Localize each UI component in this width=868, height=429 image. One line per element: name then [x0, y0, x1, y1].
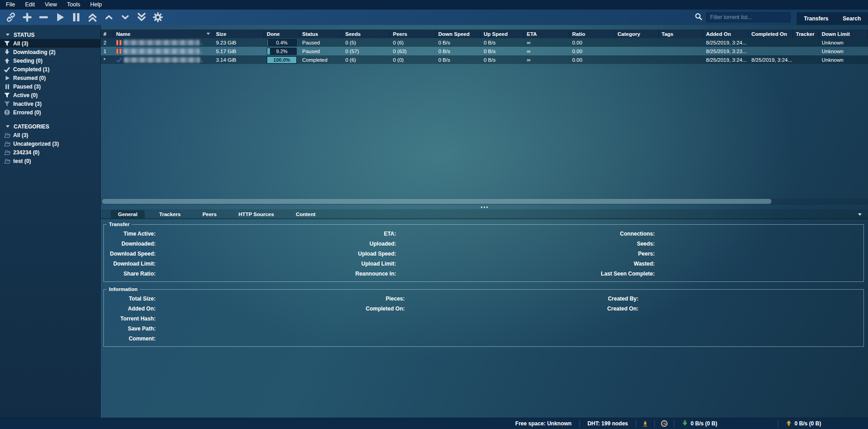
sidebar-item-seeding[interactable]: Seeding (0) [0, 56, 100, 65]
tab-transfers[interactable]: Transfers [804, 15, 829, 22]
field-label: Wasted: [579, 261, 656, 267]
menu-help[interactable]: Help [85, 0, 107, 10]
column-header-up-speed[interactable]: Up Speed [481, 30, 524, 38]
tab-http-sources[interactable]: HTTP Sources [231, 210, 281, 218]
sidebar-item-completed[interactable]: Completed (1) [0, 65, 100, 74]
column-header-number[interactable]: # [101, 30, 113, 38]
sort-desc-icon [206, 33, 210, 35]
category-item-uncategorized[interactable]: Uncategorized (3) [0, 139, 100, 148]
folder-icon [3, 149, 11, 156]
category-item-test[interactable]: test (0) [0, 157, 100, 165]
bottom-priority-button[interactable] [134, 11, 149, 24]
field-label: Upload Speed: [333, 251, 397, 257]
category-item-234234[interactable]: 234234 (0) [0, 148, 100, 157]
speed-gauge-icon[interactable] [655, 420, 674, 427]
play-icon [3, 74, 11, 81]
sidebar-item-resumed[interactable]: Resumed (0) [0, 74, 100, 82]
panel-splitter-handle[interactable] [101, 205, 868, 209]
double-chevron-up-icon [87, 12, 98, 23]
pause-icon [71, 12, 82, 23]
top-priority-button[interactable] [85, 11, 100, 24]
column-header-down-limit[interactable]: Down Limit [819, 30, 868, 38]
column-header-added-on[interactable]: Added On [703, 30, 749, 38]
play-icon [54, 12, 65, 23]
column-header-ratio[interactable]: Ratio [569, 30, 615, 38]
column-header-name[interactable]: Name [113, 30, 213, 38]
column-header-peers[interactable]: Peers [390, 30, 436, 38]
tab-content[interactable]: Content [289, 210, 323, 218]
funnel-icon [3, 92, 11, 99]
search-icon [695, 13, 702, 22]
column-header-category[interactable]: Category [615, 30, 659, 38]
table-row[interactable]: * . 3.14 GiB 100.0% Completed 0 (6) 0 (0… [101, 55, 868, 64]
categories-section-header[interactable]: CATEGORIES [0, 122, 100, 131]
field-label: Comment: [104, 335, 157, 342]
progress-bar: 9.2% [267, 48, 297, 55]
column-header-done[interactable]: Done [264, 30, 299, 38]
table-row[interactable]: 2 . 9.23 GiB 0.4% Paused 0 (5) 0 (6) 0 B… [101, 38, 868, 47]
sidebar-item-downloading[interactable]: Downloading (2) [0, 48, 100, 56]
funnel-icon [3, 40, 11, 47]
sidebar-item-paused[interactable]: Paused (3) [0, 82, 100, 91]
error-icon [3, 109, 11, 116]
field-label: Save Path: [104, 325, 157, 332]
free-space-label: Free space: Unknown [508, 420, 579, 427]
field-label: Time Active: [104, 231, 157, 237]
column-header-status[interactable]: Status [299, 30, 343, 38]
status-section-header[interactable]: STATUS [0, 30, 100, 39]
column-header-tracker[interactable]: Tracker [793, 30, 819, 38]
field-label: Created On: [553, 306, 639, 312]
menu-tools[interactable]: Tools [62, 0, 85, 10]
tab-trackers[interactable]: Trackers [152, 210, 188, 218]
funnel-dim-icon [3, 100, 11, 107]
sidebar-item-errored[interactable]: Errored (0) [0, 108, 100, 117]
blurred-torrent-name [124, 57, 200, 63]
tab-general[interactable]: General [111, 210, 145, 218]
pause-button[interactable] [69, 11, 83, 24]
tab-search[interactable]: Search [843, 15, 861, 22]
sidebar-item-inactive[interactable]: Inactive (3) [0, 99, 100, 108]
blurred-torrent-name [123, 40, 200, 45]
collapse-triangle-icon [6, 34, 10, 36]
tab-peers[interactable]: Peers [195, 210, 224, 218]
add-torrent-button[interactable] [20, 11, 34, 24]
menu-file[interactable]: File [1, 0, 20, 10]
menu-edit[interactable]: Edit [20, 0, 40, 10]
status-bar: Free space: Unknown DHT: 199 nodes 0 B/s… [0, 418, 868, 429]
add-torrent-link-button[interactable] [4, 11, 18, 24]
delete-button[interactable] [36, 11, 51, 24]
chevron-down-icon[interactable] [858, 213, 862, 216]
filter-torrent-input[interactable] [706, 12, 790, 22]
field-label: Reannounce In: [333, 271, 397, 277]
column-header-down-speed[interactable]: Down Speed [436, 30, 481, 38]
options-button[interactable] [151, 11, 165, 24]
column-header-seeds[interactable]: Seeds [343, 30, 390, 38]
link-icon [5, 12, 16, 23]
pause-icon [3, 83, 11, 90]
decrease-priority-button[interactable] [118, 11, 132, 24]
minus-icon [38, 12, 49, 23]
information-section: Information Total Size: Pieces: Created … [103, 286, 864, 347]
completed-check-icon [116, 57, 122, 63]
resume-button[interactable] [53, 11, 67, 24]
increase-priority-button[interactable] [102, 11, 116, 24]
menu-view[interactable]: View [40, 0, 62, 10]
field-label: ETA: [333, 231, 397, 237]
field-label: Completed On: [333, 306, 406, 312]
field-label: Pieces: [333, 296, 406, 302]
scrollbar-thumb[interactable] [102, 199, 771, 204]
toolbar: Transfers Search [0, 10, 868, 25]
sidebar-item-active[interactable]: Active (0) [0, 91, 100, 99]
column-header-size[interactable]: Size [213, 30, 264, 38]
progress-bar: 0.4% [267, 39, 297, 46]
category-item-all[interactable]: All (3) [0, 131, 100, 139]
column-header-tags[interactable]: Tags [659, 30, 703, 38]
table-row[interactable]: 1 . 5.17 GiB 9.2% Paused 0 (57) 0 (63) 0… [101, 47, 868, 55]
column-header-completed-on[interactable]: Completed On [749, 30, 793, 38]
column-header-eta[interactable]: ETA [524, 30, 569, 38]
field-label: Last Seen Complete: [579, 271, 656, 277]
double-chevron-down-icon [136, 12, 147, 23]
progress-cell: 100.0% [264, 55, 299, 64]
sidebar-item-all[interactable]: All (3) [0, 39, 100, 48]
progress-cell: 0.4% [264, 38, 299, 47]
